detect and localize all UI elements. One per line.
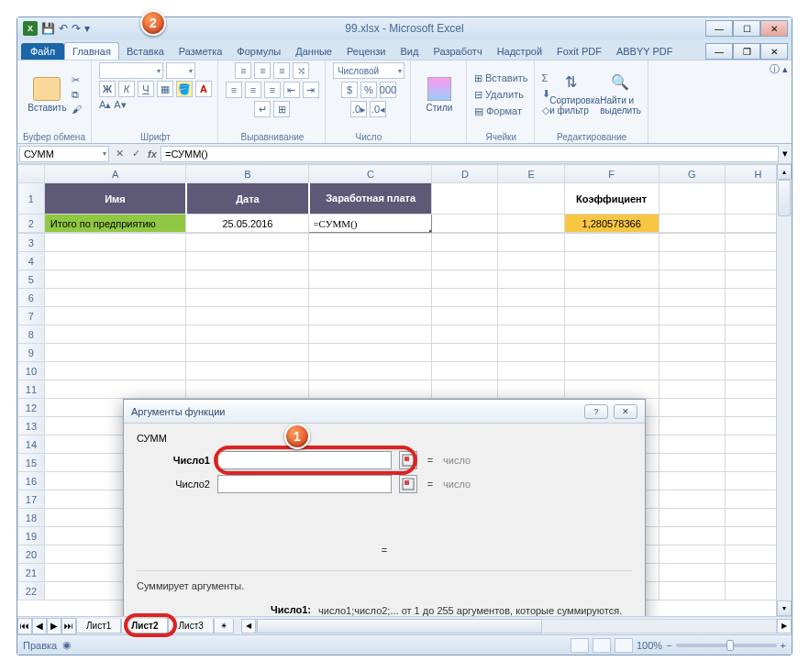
cell[interactable] bbox=[659, 454, 725, 472]
cell[interactable] bbox=[432, 344, 498, 362]
cell[interactable] bbox=[564, 325, 659, 344]
expand-formula-bar-icon[interactable]: ▾ bbox=[779, 148, 792, 160]
cell[interactable] bbox=[659, 289, 725, 307]
italic-button[interactable]: К bbox=[118, 81, 135, 97]
cell[interactable] bbox=[659, 252, 725, 270]
cell[interactable]: Итого по предприятию bbox=[44, 215, 186, 233]
row-header[interactable]: 18 bbox=[18, 509, 45, 527]
tab-view[interactable]: Вид bbox=[393, 43, 427, 60]
view-page-break-icon[interactable] bbox=[615, 638, 633, 653]
qat-customize-icon[interactable]: ▾ bbox=[84, 22, 90, 35]
decrease-font-icon[interactable]: A▾ bbox=[114, 99, 126, 111]
cell[interactable] bbox=[659, 564, 725, 582]
find-select-button[interactable]: 🔍Найти и выделить bbox=[600, 73, 642, 116]
cell[interactable] bbox=[186, 307, 309, 325]
cell[interactable]: Коэффициент bbox=[564, 183, 659, 215]
maximize-button[interactable]: ☐ bbox=[733, 20, 760, 37]
hscroll-right-icon[interactable]: ▶ bbox=[777, 619, 792, 633]
tab-developer[interactable]: Разработч bbox=[426, 43, 489, 60]
delete-cells-icon[interactable]: ⊟ bbox=[474, 89, 482, 101]
row-header[interactable]: 10 bbox=[18, 362, 45, 380]
row-header[interactable]: 13 bbox=[18, 417, 45, 435]
font-color-button[interactable]: A bbox=[195, 81, 212, 97]
cell[interactable] bbox=[44, 234, 186, 252]
cell[interactable]: 1,280578366 bbox=[564, 215, 659, 233]
cut-icon[interactable]: ✂ bbox=[72, 74, 82, 86]
cell[interactable] bbox=[432, 289, 498, 307]
fill-color-button[interactable]: 🪣 bbox=[176, 81, 193, 97]
row-header[interactable]: 12 bbox=[18, 399, 45, 417]
cell[interactable] bbox=[44, 380, 186, 399]
sort-filter-button[interactable]: ⇅Сортировка и фильтр bbox=[554, 73, 596, 116]
arg1-collapse-button[interactable] bbox=[399, 451, 417, 469]
macro-record-icon[interactable]: ◉ bbox=[62, 639, 72, 651]
sheet-nav-first-icon[interactable]: ⏮ bbox=[17, 618, 32, 634]
border-button[interactable]: ▦ bbox=[157, 81, 173, 97]
tab-addins[interactable]: Надстрой bbox=[490, 43, 549, 60]
cell[interactable] bbox=[498, 344, 564, 362]
close-button[interactable]: ✕ bbox=[760, 20, 788, 37]
cell[interactable] bbox=[659, 545, 725, 564]
workbook-minimize-button[interactable]: — bbox=[705, 43, 733, 60]
cell[interactable] bbox=[498, 252, 564, 270]
dialog-help-icon[interactable]: ? bbox=[584, 404, 608, 419]
cell[interactable] bbox=[309, 234, 432, 252]
cell[interactable] bbox=[44, 307, 186, 325]
orientation-icon[interactable]: ⤭ bbox=[293, 62, 309, 79]
cell[interactable] bbox=[564, 289, 659, 307]
cell[interactable] bbox=[432, 234, 498, 252]
align-mid-icon[interactable]: ≡ bbox=[254, 62, 271, 79]
row-header[interactable]: 21 bbox=[18, 564, 45, 582]
row-header[interactable]: 15 bbox=[18, 454, 45, 472]
cell[interactable] bbox=[186, 234, 309, 252]
font-name-combo[interactable] bbox=[99, 62, 163, 79]
row-header[interactable]: 2 bbox=[18, 215, 45, 233]
cell[interactable] bbox=[44, 270, 186, 289]
insert-function-icon[interactable]: fx bbox=[144, 149, 161, 160]
sheet-tab[interactable]: Лист3 bbox=[168, 619, 213, 633]
name-box[interactable]: СУММ bbox=[19, 146, 109, 162]
cell[interactable] bbox=[498, 215, 564, 233]
hscroll-thumb[interactable] bbox=[257, 619, 542, 633]
zoom-out-icon[interactable]: − bbox=[666, 640, 671, 651]
cell[interactable] bbox=[659, 344, 725, 362]
cell[interactable] bbox=[659, 380, 725, 399]
row-header[interactable]: 9 bbox=[18, 344, 45, 362]
cell[interactable] bbox=[659, 509, 725, 527]
cell[interactable] bbox=[659, 183, 725, 215]
cell[interactable]: 25.05.2016 bbox=[186, 215, 309, 233]
cell[interactable] bbox=[564, 380, 659, 399]
tab-formulas[interactable]: Формулы bbox=[229, 43, 288, 60]
row-header[interactable]: 6 bbox=[18, 289, 45, 307]
row-header[interactable]: 8 bbox=[18, 325, 45, 344]
qat-save-icon[interactable]: 💾 bbox=[41, 22, 55, 35]
cell[interactable] bbox=[659, 399, 725, 417]
align-bot-icon[interactable]: ≡ bbox=[273, 62, 290, 79]
increase-font-icon[interactable]: A▴ bbox=[99, 99, 111, 111]
cell[interactable] bbox=[498, 325, 564, 344]
cell[interactable] bbox=[564, 344, 659, 362]
insert-cells-label[interactable]: Вставить bbox=[485, 72, 528, 83]
row-header[interactable]: 11 bbox=[18, 380, 45, 399]
row-header[interactable]: 20 bbox=[18, 545, 45, 564]
sheet-nav-prev-icon[interactable]: ◀ bbox=[32, 618, 47, 634]
cell[interactable] bbox=[432, 325, 498, 344]
cell[interactable] bbox=[186, 362, 309, 380]
dialog-title-bar[interactable]: Аргументы функции ? ✕ bbox=[124, 400, 645, 424]
comma-icon[interactable]: 000 bbox=[380, 82, 396, 98]
view-page-layout-icon[interactable] bbox=[593, 638, 611, 653]
cell[interactable] bbox=[498, 270, 564, 289]
delete-cells-label[interactable]: Удалить bbox=[485, 89, 524, 100]
tab-insert[interactable]: Вставка bbox=[119, 43, 172, 60]
qat-redo-icon[interactable]: ↷ bbox=[72, 22, 81, 35]
sheet-tab[interactable]: Лист2 bbox=[121, 619, 168, 633]
row-header[interactable]: 22 bbox=[18, 582, 45, 600]
select-all-corner[interactable] bbox=[18, 165, 45, 183]
cell[interactable] bbox=[659, 325, 725, 344]
cell[interactable] bbox=[309, 270, 432, 289]
col-header[interactable]: B bbox=[186, 165, 309, 183]
cell[interactable] bbox=[186, 380, 309, 399]
align-top-icon[interactable]: ≡ bbox=[235, 62, 251, 79]
cell[interactable] bbox=[432, 270, 498, 289]
tab-layout[interactable]: Разметка bbox=[172, 43, 230, 60]
